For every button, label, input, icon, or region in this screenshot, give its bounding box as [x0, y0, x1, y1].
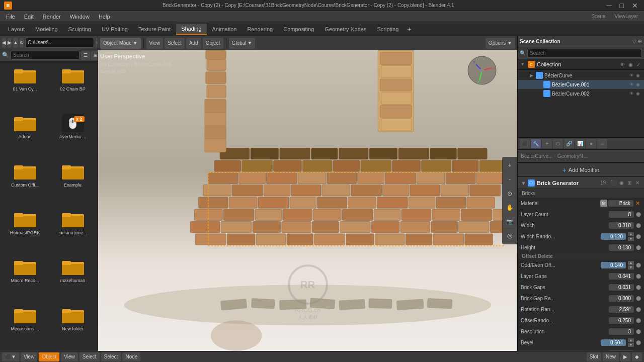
search-input[interactable] [11, 51, 79, 60]
add-bottom-button[interactable]: Select [101, 352, 121, 361]
tab-scripting[interactable]: Scripting [372, 24, 404, 34]
tab-compositing[interactable]: Compositing [278, 24, 319, 34]
tab-texture-paint[interactable]: Texture Paint [133, 24, 176, 34]
object-menu[interactable]: Object [203, 38, 223, 49]
view-bottom-button[interactable]: View [21, 352, 38, 361]
list-item[interactable]: makehuman [50, 255, 96, 301]
list-view-button[interactable]: ☰ [81, 51, 90, 60]
adjust-button[interactable]: ⬤ [636, 340, 641, 345]
view-menu[interactable]: View [146, 38, 164, 49]
adjust-button[interactable]: ⬤ [636, 329, 641, 334]
object-props-tab[interactable]: ⬛ [520, 139, 530, 148]
decrement-button[interactable]: ▼ [628, 265, 634, 269]
add-modifier-button[interactable]: + Add Modifier [518, 163, 644, 177]
physics-tab[interactable]: ⊙ [553, 139, 563, 148]
adjust-button[interactable]: ⬤ [636, 307, 641, 312]
options-button[interactable]: Options ▼ [486, 38, 515, 49]
tab-shading[interactable]: Shading [176, 24, 206, 35]
axis-widget[interactable]: X Y Z [467, 55, 497, 85]
constraints-tab[interactable]: 🔗 [564, 139, 574, 148]
refresh-button[interactable]: ↻ [20, 38, 24, 48]
adjust-button[interactable]: ⬤ [636, 262, 641, 267]
adjust-button[interactable]: ⬤ [636, 223, 641, 228]
viewport-canvas[interactable]: User Perspective (0) Collection | Bézier… [98, 50, 517, 351]
increment-button[interactable]: ▲ [628, 338, 634, 342]
list-item[interactable]: 🖱️ x 2 AverMedia ... [50, 111, 96, 157]
filter-collections-button[interactable]: ▽ [632, 38, 636, 45]
minimize-icon[interactable]: ─ [605, 2, 614, 10]
realtime-vis-button[interactable]: ⬛ [610, 179, 617, 187]
tab-modeling[interactable]: Modeling [30, 24, 63, 34]
width-value[interactable]: 0.318 [609, 222, 634, 229]
material-tab[interactable]: ● [586, 139, 596, 148]
bevel-value[interactable]: 0.504 [601, 339, 626, 346]
adjust-button[interactable]: ⬤ [636, 234, 641, 239]
list-item[interactable]: Adobe [2, 111, 48, 157]
editor-type-button[interactable]: ⬛▼ [2, 352, 19, 361]
list-item[interactable]: Custom Offi... [2, 159, 48, 205]
tab-rendering[interactable]: Rendering [242, 24, 278, 34]
menu-render[interactable]: Render [39, 13, 65, 21]
tab-geometry-nodes[interactable]: Geometry Nodes [319, 24, 371, 34]
list-item[interactable]: Example [50, 159, 96, 205]
orbit-button[interactable]: ⊙ [503, 187, 516, 200]
add-collection-button[interactable]: ⊕ [637, 38, 642, 45]
list-item[interactable]: HotroastPORK [2, 207, 48, 253]
keyframe-button[interactable]: ◆ [632, 352, 642, 361]
expand-mod-button[interactable]: ⊞ [626, 179, 633, 187]
menu-file[interactable]: File [2, 13, 19, 21]
data-tab[interactable]: 📊 [575, 139, 585, 148]
select-bottom-button[interactable]: Select [79, 352, 100, 361]
render-icon[interactable]: ◉ [635, 81, 641, 87]
delete-mod-button[interactable]: ✕ [634, 179, 641, 187]
camera-button[interactable]: 📷 [503, 215, 516, 228]
render-vis-button[interactable]: ◉ [618, 179, 625, 187]
close-icon[interactable]: ✕ [630, 2, 640, 10]
displacement-value[interactable]: 5.000 [609, 350, 634, 351]
world-tab[interactable]: ○ [597, 139, 607, 148]
visibility-icon[interactable]: 👁 [628, 90, 634, 97]
render-icon[interactable]: ◉ [635, 90, 641, 97]
timeline-button[interactable]: ▶ [620, 352, 630, 361]
layer-count-value[interactable]: 8 [609, 211, 634, 218]
collection-search-input[interactable] [527, 49, 642, 58]
view-btn2[interactable]: View [61, 352, 78, 361]
offset-rando-value[interactable]: 0.250 [609, 317, 634, 324]
height-value[interactable]: 0.130 [609, 244, 634, 251]
adjust-button[interactable]: ⬤ [636, 296, 641, 301]
visibility-icon[interactable]: 👁 [628, 81, 634, 87]
list-item[interactable]: indiana jone... [50, 207, 96, 253]
mode-selector[interactable]: Object Mode ▼ [100, 38, 141, 49]
maximize-icon[interactable]: □ [618, 2, 626, 10]
render-mode-button[interactable]: ◎ [503, 229, 516, 242]
select-menu[interactable]: Select [165, 38, 185, 49]
slot-button[interactable]: Slot [587, 352, 601, 361]
tree-item-beziercurve[interactable]: ▶ ~ BézierCurve 👁 ◉ [518, 71, 644, 80]
adjust-button[interactable]: ⬤ [636, 245, 641, 250]
add-workspace-tab[interactable]: + [404, 23, 414, 35]
pan-button[interactable]: ✋ [503, 201, 516, 214]
brick-gaps-value[interactable]: 0.031 [609, 284, 634, 291]
tree-item-beziercurve001[interactable]: ~ BézierCurve.001 👁 ◉ [518, 80, 644, 89]
brick-gap-ra-value[interactable]: 0.000 [609, 295, 634, 302]
decrement-button[interactable]: ▼ [628, 343, 634, 347]
add-menu[interactable]: Add [186, 38, 201, 49]
modifier-expand-icon[interactable]: ▼ [521, 180, 526, 186]
address-bar[interactable] [25, 38, 94, 48]
forward-button[interactable]: ▶ [8, 38, 12, 48]
menu-edit[interactable]: Edit [20, 13, 38, 21]
zoom-in-button[interactable]: + [503, 159, 516, 172]
tab-uv-editing[interactable]: UV Editing [97, 24, 133, 34]
tab-layout[interactable]: Layout [3, 24, 30, 34]
odd-even-value[interactable]: 0.140 [601, 262, 626, 268]
increment-button[interactable]: ▲ [628, 232, 634, 236]
new-button[interactable]: New [603, 352, 619, 361]
material-value[interactable]: Brick [608, 200, 633, 207]
adjust-button[interactable]: ⬤ [636, 318, 641, 323]
layer-gaps-value[interactable]: 0.041 [609, 273, 634, 280]
offset-section[interactable]: Offset Delete [518, 253, 644, 259]
render-visible-icon[interactable]: ◉ [627, 61, 634, 68]
list-item[interactable]: New folder [50, 303, 96, 349]
increment-button[interactable]: ▲ [628, 261, 634, 265]
menu-help[interactable]: Help [95, 13, 114, 21]
